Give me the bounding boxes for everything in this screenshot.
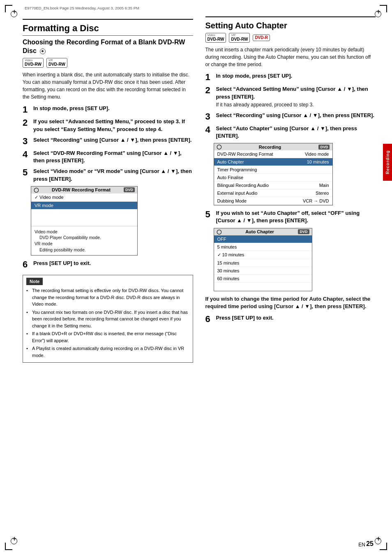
- step-6: 6 Press [SET UP] to exit.: [23, 260, 193, 269]
- rec-menu-item-dvdrw: DVD-RW Recording Format Video mode: [214, 150, 332, 158]
- rec-item-external-label: External input Audio: [217, 191, 258, 196]
- right-badge-vr-top: VR: [231, 34, 248, 37]
- auto-chapter-item-off: OFF: [214, 235, 312, 243]
- rec-menu-item-dubbing: Dubbing Mode VCR → DVD: [214, 197, 332, 205]
- right-step-4: 4 Select “Auto Chapter” using [Cursor ▲ …: [205, 125, 376, 140]
- right-badge-vr-main: DVD-RW: [231, 37, 248, 41]
- rec-item-bilingual-label: Bilingual Recording Audio: [217, 183, 269, 188]
- rec-menu-item-autochapter: Auto Chapter 10 minutes: [214, 158, 332, 166]
- right-step-2: 2 Select “Advanced Setting Menu” using […: [205, 85, 376, 108]
- file-info: E9770ED_EN.book Page 25 Wednesday, Augus…: [25, 6, 139, 10]
- step-1-content: In stop mode, press [SET UP].: [33, 105, 193, 115]
- step-2: 2 If you select “Advanced Setting Menu,”…: [23, 118, 193, 133]
- menu-header-icon: ◯: [34, 187, 39, 193]
- center-mark-tr: [375, 11, 381, 17]
- auto-chapter-5min-label: 5 minutes: [217, 244, 237, 249]
- right-step-2-content: Select “Advanced Setting Menu” using [Cu…: [216, 85, 376, 108]
- disc-icon: [40, 48, 46, 54]
- note-text-1: The recording format setting is effectiv…: [32, 287, 189, 308]
- auto-chapter-menu-dvd-badge: DVD: [298, 229, 309, 234]
- right-step-1-num: 1: [205, 72, 214, 82]
- sub-title-text: Choosing the Recording Format of a Blank…: [23, 39, 185, 54]
- right-step-6: 6 Press [SET UP] to exit.: [205, 314, 376, 324]
- right-step-6-title: Press [SET UP] to exit.: [216, 314, 376, 322]
- right-step-3: 3 Select “Recording” using [Cursor ▲ / ▼…: [205, 112, 376, 122]
- auto-chapter-10min-label: ✓ 10 minutes: [217, 252, 244, 258]
- recording-menu-dvd-badge: DVD: [318, 145, 330, 150]
- menu-item-vr-label: VR mode: [35, 203, 53, 208]
- menu-note-area: Video mode DVD Player Compatibility mode…: [31, 226, 137, 256]
- step-5-content: Select “Video mode” or “VR mode” using […: [33, 168, 193, 182]
- right-col-border: Setting Auto Chapter: [205, 16, 376, 30]
- rec-item-dubbing-value: VCR → DVD: [303, 198, 329, 203]
- corner-mark-tr: [380, 5, 387, 12]
- right-step-2-title: Select “Advanced Setting Menu” using [Cu…: [216, 85, 376, 100]
- badge-video-top: Video: [25, 59, 42, 62]
- step-5-num: 5: [23, 168, 31, 182]
- note-text-4: A Playlist is created automatically duri…: [32, 345, 189, 359]
- step-6-content: Press [SET UP] to exit.: [33, 260, 193, 269]
- note-item-2: • You cannot mix two formats on one DVD-…: [26, 309, 189, 329]
- auto-chapter-15min-label: 15 minutes: [217, 260, 240, 265]
- auto-chapter-menu-box: ◯ Auto Chapter DVD OFF 5 minutes ✓ 10 mi…: [214, 228, 312, 291]
- right-step-4-title: Select “Auto Chapter” using [Cursor ▲ / …: [216, 125, 376, 140]
- step-3-title: Select “Recording” using [Cursor ▲ / ▼],…: [33, 136, 193, 144]
- step-1-num: 1: [23, 105, 31, 115]
- right-badge-vr-dvd-rw: VR DVD-RW: [229, 33, 250, 43]
- recording-menu-label: Recording: [259, 145, 281, 150]
- note-text-3: If a blank DVD+R or DVD+RW disc is inser…: [32, 330, 189, 344]
- note-bullet-2: •: [26, 309, 30, 329]
- note-box: Note • The recording format setting is e…: [23, 275, 193, 363]
- right-badge-video-top: Video: [208, 34, 224, 37]
- auto-chapter-item-15min: 15 minutes: [214, 259, 312, 267]
- right-badge-dvdr-main: DVD-R: [255, 35, 268, 40]
- auto-chapter-off-label: OFF: [217, 237, 226, 242]
- badge-vr-main: DVD-RW: [48, 62, 65, 67]
- corner-mark-bl: [5, 543, 12, 550]
- rec-item-autochapter-label: Auto Chapter: [217, 159, 244, 164]
- step-2-content: If you select “Advanced Setting Menu,” p…: [33, 118, 193, 133]
- step-4-title: Select “DVD-RW Recording Format” using […: [33, 150, 193, 164]
- step-4: 4 Select “DVD-RW Recording Format” using…: [23, 150, 193, 164]
- menu-item-video-check: ✓ Video mode: [35, 195, 64, 200]
- recording-menu-icon: ◯: [217, 144, 221, 150]
- auto-chapter-item-30min: 30 minutes: [214, 267, 312, 275]
- format-badges: Video DVD-RW VR DVD-RW: [23, 58, 193, 68]
- step-6-num: 6: [23, 260, 31, 269]
- note-item-3: • If a blank DVD+R or DVD+RW disc is ins…: [26, 330, 189, 344]
- step-5: 5 Select “Video mode” or “VR mode” using…: [23, 168, 193, 182]
- page-container: E9770ED_EN.book Page 25 Wednesday, Augus…: [0, 0, 392, 555]
- step-3-num: 3: [23, 136, 31, 146]
- center-mark-br: [375, 538, 381, 544]
- menu-note-line-3: VR mode: [35, 241, 134, 247]
- badge-video-main: DVD-RW: [25, 62, 42, 67]
- right-format-badges: Video DVD-RW VR DVD-RW DVD-R: [205, 33, 376, 43]
- rec-item-dubbing-label: Dubbing Mode: [217, 198, 247, 203]
- note-bullet-1: •: [26, 287, 30, 308]
- left-intro-text: When inserting a blank disc, the unit au…: [23, 71, 193, 101]
- main-title-divider: [23, 19, 193, 20]
- rec-item-timer-label: Timer Programming: [217, 167, 257, 172]
- corner-mark-br: [380, 543, 387, 550]
- menu-item-video-mode: ✓ Video mode: [31, 193, 137, 202]
- step-5-title: Select “Video mode” or “VR mode” using […: [33, 168, 193, 182]
- auto-chapter-30min-label: 30 minutes: [217, 268, 240, 273]
- recording-menu-header: ◯ Recording DVD: [214, 143, 332, 150]
- step-2-num: 2: [23, 118, 31, 133]
- right-step-3-title: Select “Recording” using [Cursor ▲ / ▼],…: [216, 112, 376, 119]
- right-step-6-num: 6: [205, 314, 214, 324]
- note-item-4: • A Playlist is created automatically du…: [26, 345, 189, 359]
- dvd-rw-format-menu: ◯ DVD-RW Recording Format DVD ✓ Video mo…: [31, 186, 138, 256]
- change-period-text: If you wish to change the time period fo…: [205, 295, 376, 310]
- right-main-title: Setting Auto Chapter: [205, 21, 376, 30]
- right-step-1-title: In stop mode, press [SET UP].: [216, 72, 376, 80]
- rec-menu-item-timer: Timer Programming: [214, 166, 332, 174]
- rec-item-dvdrw-value: Video mode: [305, 152, 329, 157]
- rec-item-external-value: Stereo: [316, 191, 329, 196]
- step-2-title: If you select “Advanced Setting Menu,” p…: [33, 118, 193, 133]
- right-intro-text: The unit inserts a chapter mark periodic…: [205, 46, 376, 68]
- badge-vr-dvd-rw: VR DVD-RW: [46, 58, 67, 68]
- right-step-1-content: In stop mode, press [SET UP].: [216, 72, 376, 82]
- two-column-layout: Formatting a Disc Choosing the Recording…: [23, 16, 376, 363]
- step-3-content: Select “Recording” using [Cursor ▲ / ▼],…: [33, 136, 193, 146]
